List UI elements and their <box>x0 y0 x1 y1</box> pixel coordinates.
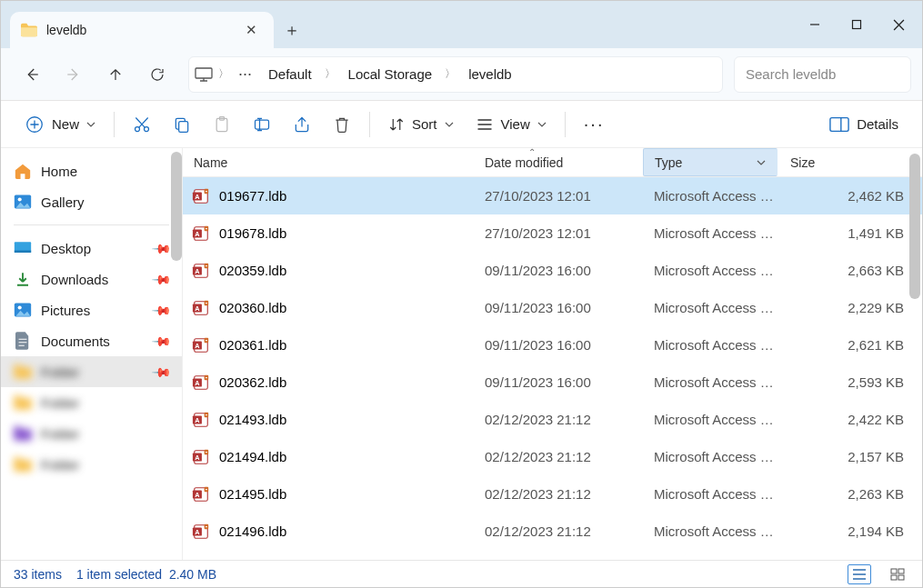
column-header-name[interactable]: Name <box>183 148 474 176</box>
folder-icon <box>14 394 32 411</box>
sidebar-item-redacted[interactable]: Folder <box>1 449 182 480</box>
path-overflow-button[interactable]: ··· <box>235 65 256 84</box>
file-date: 02/12/2023 21:12 <box>474 412 643 427</box>
file-row[interactable]: A020362.ldb09/11/2023 16:00Microsoft Acc… <box>183 364 922 401</box>
svg-text:A: A <box>195 378 200 386</box>
svg-rect-70 <box>898 575 904 580</box>
svg-rect-51 <box>206 414 207 415</box>
cut-button[interactable] <box>124 108 160 141</box>
sidebar-item-desktop[interactable]: Desktop 📌 <box>1 233 182 264</box>
file-row[interactable]: A019677.ldb27/10/2023 12:01Microsoft Acc… <box>183 177 922 214</box>
file-row[interactable]: A021495.ldb02/12/2023 21:12Microsoft Acc… <box>183 475 922 513</box>
svg-rect-69 <box>891 575 897 580</box>
svg-rect-66 <box>206 526 207 527</box>
up-button[interactable] <box>95 57 135 92</box>
file-type: Microsoft Access R... <box>643 300 778 315</box>
chevron-down-icon <box>445 120 454 129</box>
svg-text:A: A <box>195 415 200 424</box>
file-date: 09/11/2023 16:00 <box>474 263 643 278</box>
sidebar-item-redacted[interactable]: Folder <box>1 387 182 418</box>
access-file-icon: A <box>192 262 210 280</box>
file-name: 020360.ldb <box>219 300 286 315</box>
file-name: 021495.ldb <box>219 486 286 502</box>
sidebar-item-pictures[interactable]: Pictures 📌 <box>1 294 182 325</box>
sidebar-item-home[interactable]: Home <box>1 155 182 186</box>
access-file-icon: A <box>192 411 210 429</box>
sidebar-item-label: Home <box>41 164 77 179</box>
file-row[interactable]: A020361.ldb09/11/2023 16:00Microsoft Acc… <box>183 326 922 364</box>
maximize-button[interactable] <box>837 10 877 39</box>
svg-rect-0 <box>853 21 861 29</box>
delete-button[interactable] <box>324 108 360 141</box>
details-pane-button[interactable]: Details <box>820 108 908 141</box>
thumbnails-view-button[interactable] <box>886 564 909 584</box>
file-size: 2,263 KB <box>778 486 922 502</box>
svg-rect-67 <box>891 569 897 573</box>
tab-label: leveldb <box>46 23 230 37</box>
view-button[interactable]: View <box>467 108 556 141</box>
sort-button[interactable]: Sort <box>379 108 463 141</box>
chevron-right-icon[interactable]: 〉 <box>325 66 336 82</box>
more-button[interactable]: ··· <box>575 108 614 141</box>
sidebar-item-gallery[interactable]: Gallery <box>1 186 182 217</box>
scissors-icon <box>133 115 151 134</box>
breadcrumb-segment[interactable]: Default <box>261 63 319 85</box>
file-date: 02/12/2023 21:12 <box>474 523 643 539</box>
file-type: Microsoft Access R... <box>643 263 778 278</box>
refresh-button[interactable] <box>137 57 177 92</box>
sidebar-item-label: Pictures <box>41 303 90 318</box>
minimize-button[interactable] <box>795 10 835 39</box>
address-bar[interactable]: 〉 ··· Default 〉 Local Storage 〉 leveldb <box>188 56 723 93</box>
details-view-button[interactable] <box>848 564 871 584</box>
sidebar-scrollbar[interactable] <box>171 152 182 261</box>
new-button[interactable]: New <box>15 108 105 141</box>
share-icon <box>293 115 311 134</box>
sidebar-item-redacted[interactable]: Folder <box>1 418 182 449</box>
svg-rect-1 <box>196 68 212 78</box>
chevron-right-icon[interactable]: 〉 <box>445 66 456 82</box>
view-label: View <box>501 116 530 132</box>
rename-button[interactable] <box>244 108 280 141</box>
back-button[interactable] <box>12 57 52 92</box>
column-header-type[interactable]: Type <box>643 148 778 176</box>
new-tab-button[interactable]: ＋ <box>274 12 310 48</box>
paste-button[interactable] <box>204 108 240 141</box>
column-header-size[interactable]: Size <box>778 148 922 176</box>
file-row[interactable]: A020359.ldb09/11/2023 16:00Microsoft Acc… <box>183 252 922 289</box>
access-file-icon: A <box>192 187 210 205</box>
breadcrumb-segment[interactable]: leveldb <box>461 63 519 85</box>
close-tab-button[interactable]: ✕ <box>239 22 263 38</box>
title-bar: leveldb ✕ ＋ <box>1 1 922 48</box>
sidebar-item-documents[interactable]: Documents 📌 <box>1 325 182 356</box>
column-label: Date modified <box>485 155 563 170</box>
file-row[interactable]: A021494.ldb02/12/2023 21:12Microsoft Acc… <box>183 438 922 475</box>
file-row[interactable]: A019678.ldb27/10/2023 12:01Microsoft Acc… <box>183 214 922 252</box>
folder-icon <box>14 425 32 442</box>
status-selection: 1 item selected 2.40 MB <box>76 567 216 582</box>
file-date: 09/11/2023 16:00 <box>474 300 643 315</box>
close-window-button[interactable] <box>878 10 918 39</box>
list-scrollbar[interactable] <box>909 154 920 299</box>
tab-leveldb[interactable]: leveldb ✕ <box>10 12 274 48</box>
forward-button[interactable] <box>54 57 94 92</box>
sidebar-item-downloads[interactable]: Downloads 📌 <box>1 264 182 294</box>
file-size: 2,422 KB <box>778 412 922 427</box>
file-date: 09/11/2023 16:00 <box>474 337 643 353</box>
divider <box>369 112 370 137</box>
sidebar-item-redacted[interactable]: Folder 📌 <box>1 356 182 387</box>
file-row[interactable]: A020360.ldb09/11/2023 16:00Microsoft Acc… <box>183 289 922 326</box>
svg-text:A: A <box>195 453 200 461</box>
chevron-right-icon[interactable]: 〉 <box>218 66 229 82</box>
search-input[interactable]: Search leveldb <box>734 56 911 93</box>
breadcrumb-segment[interactable]: Local Storage <box>341 63 440 85</box>
navigation-bar: 〉 ··· Default 〉 Local Storage 〉 leveldb … <box>1 48 922 101</box>
share-button[interactable] <box>284 108 320 141</box>
copy-button[interactable] <box>164 108 200 141</box>
column-header-date[interactable]: Date modified <box>474 148 643 176</box>
access-file-icon: A <box>192 523 210 541</box>
file-size: 2,194 KB <box>778 523 922 539</box>
sidebar: Home Gallery Desktop 📌 Downloads 📌 Pictu… <box>1 148 183 560</box>
file-row[interactable]: A021496.ldb02/12/2023 21:12Microsoft Acc… <box>183 513 922 550</box>
file-row[interactable]: A021493.ldb02/12/2023 21:12Microsoft Acc… <box>183 401 922 438</box>
status-item-count: 33 items <box>14 567 62 582</box>
